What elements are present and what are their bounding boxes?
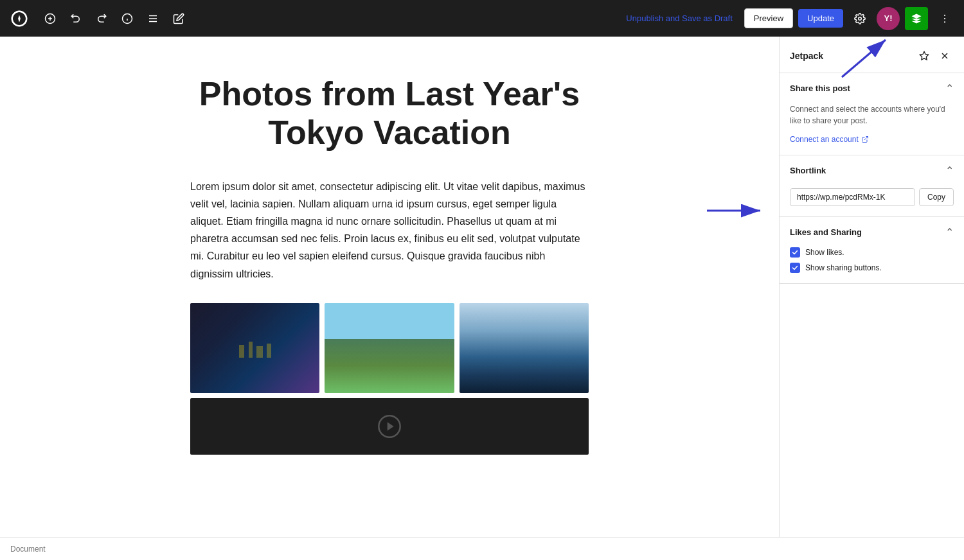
likes-section: Likes and Sharing ⌃ Show likes. [780, 217, 964, 284]
close-panel-button[interactable] [936, 47, 954, 65]
share-section-title: Share this post [790, 83, 850, 93]
right-panel: Jetpack Share this post ⌃ [779, 37, 964, 537]
share-section-content: Connect and select the accounts where yo… [780, 103, 964, 155]
panel-title: Jetpack [790, 51, 823, 61]
svg-marker-20 [920, 51, 928, 60]
post-title[interactable]: Photos from Last Year's Tokyo Vacation [190, 75, 589, 152]
show-sharing-row: Show sharing buttons. [790, 263, 954, 273]
show-sharing-label: Show sharing buttons. [805, 263, 882, 272]
tools-button[interactable] [167, 7, 190, 30]
panel-header: Jetpack [780, 37, 964, 73]
toolbar-left [8, 7, 190, 30]
connect-link-text: Connect an account [790, 135, 859, 144]
show-likes-checkbox[interactable] [790, 247, 800, 258]
shortlink-section-title: Shortlink [790, 166, 826, 175]
shortlink-input[interactable] [790, 188, 915, 206]
likes-chevron-icon: ⌃ [945, 226, 954, 238]
preview-button[interactable]: Preview [744, 8, 793, 28]
svg-rect-17 [267, 344, 271, 358]
svg-point-10 [859, 17, 862, 20]
gallery-image-3[interactable] [460, 303, 589, 393]
update-button[interactable]: Update [798, 9, 843, 28]
yoast-icon[interactable]: Y! [877, 7, 900, 30]
bottom-bar-label: Document [10, 545, 46, 554]
add-block-button[interactable] [39, 7, 62, 30]
svg-point-11 [944, 14, 945, 15]
jetpack-button[interactable] [905, 7, 928, 30]
svg-rect-15 [249, 342, 253, 358]
svg-rect-14 [239, 345, 244, 358]
likes-section-header[interactable]: Likes and Sharing ⌃ [780, 217, 964, 247]
shortlink-chevron-icon: ⌃ [945, 164, 954, 177]
share-section: Share this post ⌃ Connect and select the… [780, 73, 964, 155]
toolbar: Unpublish and Save as Draft Preview Upda… [0, 0, 964, 37]
editor-content: Photos from Last Year's Tokyo Vacation L… [190, 75, 589, 455]
svg-marker-19 [388, 422, 394, 430]
gallery-image-2[interactable] [325, 303, 454, 393]
editor-area: Photos from Last Year's Tokyo Vacation L… [0, 37, 779, 537]
show-sharing-checkbox[interactable] [790, 263, 800, 273]
star-button[interactable] [915, 47, 933, 65]
share-section-header[interactable]: Share this post ⌃ [780, 73, 964, 103]
gallery-image-4[interactable] [190, 398, 589, 455]
shortlink-section-header[interactable]: Shortlink ⌃ [780, 155, 964, 186]
undo-button[interactable] [64, 7, 87, 30]
svg-line-23 [864, 137, 868, 141]
panel-header-icons [915, 47, 954, 65]
shortlink-row: Copy [790, 188, 954, 206]
likes-section-content: Show likes. Show sharing buttons. [780, 247, 964, 283]
copy-button[interactable]: Copy [919, 188, 954, 206]
shortlink-section: Shortlink ⌃ Copy [780, 155, 964, 217]
list-view-button[interactable] [141, 7, 165, 30]
toolbar-right: Unpublish and Save as Draft Preview Upda… [620, 7, 956, 30]
unpublish-button[interactable]: Unpublish and Save as Draft [620, 10, 738, 27]
share-description: Connect and select the accounts where yo… [790, 103, 954, 127]
image-gallery [190, 303, 589, 393]
show-likes-label: Show likes. [805, 248, 844, 257]
svg-point-13 [944, 21, 945, 22]
bottom-bar: Document [0, 537, 964, 560]
wordpress-logo [8, 7, 31, 30]
gallery-image-1[interactable] [190, 303, 319, 393]
connect-account-link[interactable]: Connect an account [790, 135, 869, 144]
shortlink-section-content: Copy [780, 188, 964, 216]
info-button[interactable] [116, 7, 139, 30]
show-likes-row: Show likes. [790, 247, 954, 258]
likes-section-title: Likes and Sharing [790, 227, 862, 237]
post-body[interactable]: Lorem ipsum dolor sit amet, consectetur … [190, 178, 589, 283]
main-area: Photos from Last Year's Tokyo Vacation L… [0, 37, 964, 537]
svg-rect-16 [256, 346, 263, 358]
more-options-button[interactable] [933, 7, 956, 30]
redo-button[interactable] [90, 7, 113, 30]
settings-button[interactable] [848, 7, 871, 30]
share-chevron-icon: ⌃ [945, 82, 954, 94]
svg-point-12 [944, 17, 945, 19]
